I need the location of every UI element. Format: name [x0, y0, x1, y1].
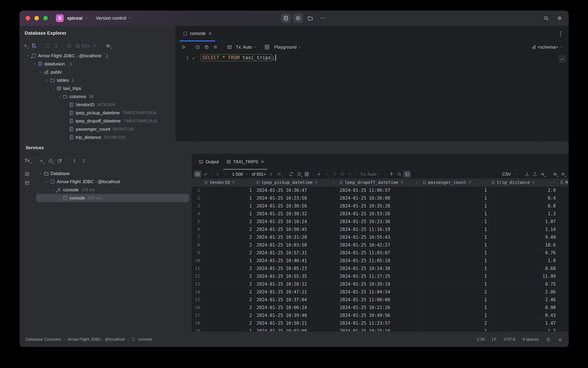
data-cell[interactable]: 2	[202, 288, 254, 296]
row-number-cell[interactable]: 10	[192, 257, 202, 264]
close-window-button[interactable]	[26, 16, 30, 20]
data-cell[interactable]: 2	[202, 249, 254, 257]
data-cell[interactable]: 2024-01-25 10:39:40	[254, 312, 338, 319]
data-cell[interactable]: 2024-01-25 11:27:25	[338, 272, 421, 280]
caret-position[interactable]: 1:26	[477, 337, 485, 342]
data-cell[interactable]: 0.4	[489, 194, 558, 202]
data-cell[interactable]: 2	[421, 288, 489, 296]
table-row[interactable]: 522024-01-25 10:10:242024-01-25 10:23:36…	[192, 218, 569, 225]
data-cell[interactable]: 1	[421, 218, 489, 225]
delete-row-button[interactable]	[323, 171, 330, 177]
data-cell[interactable]	[558, 257, 568, 264]
data-cell[interactable]: 2	[421, 319, 489, 327]
data-cell[interactable]: 11.99	[489, 272, 558, 280]
data-cell[interactable]: 1	[421, 241, 489, 249]
data-cell[interactable]: 2024-01-25 11:06:57	[338, 186, 421, 194]
database-tool-button[interactable]	[281, 13, 291, 23]
data-cell[interactable]: 1	[421, 304, 489, 311]
query-history-button[interactable]	[194, 44, 202, 51]
data-cell[interactable]: 1	[421, 327, 489, 331]
stop-button[interactable]	[304, 172, 309, 176]
tree-item-tpep-dropoff-datetime[interactable]: tpep_dropoff_datetimeTIMESTAMP(26,6)	[19, 117, 176, 125]
table-row[interactable]: 1222024-01-25 10:55:352024-01-25 11:27:2…	[192, 272, 569, 280]
reload-page-button[interactable]	[287, 171, 295, 177]
data-cell[interactable]: 2024-01-25 10:14:38	[338, 265, 421, 272]
data-cell[interactable]: 2024-01-25 10:25:10	[338, 327, 421, 331]
close-tab-icon[interactable]: ✕	[261, 159, 264, 164]
data-cell[interactable]	[558, 194, 568, 202]
column-header-tpep_dropoff_datetime[interactable]: tpep_dropoff_datetime	[338, 179, 421, 186]
open-in-new-tab-button[interactable]	[56, 157, 64, 165]
row-number-cell[interactable]: 17	[192, 312, 202, 319]
data-cell[interactable]: 2024-01-25 10:49:56	[338, 312, 421, 319]
session-selector[interactable]: Playground	[273, 45, 303, 50]
row-number-cell[interactable]: 8	[192, 241, 202, 249]
table-row[interactable]: 412024-01-25 10:38:322024-01-25 10:53:20…	[192, 210, 569, 218]
data-cell[interactable]: 2024-01-25 10:37:04	[254, 296, 338, 304]
tree-item-trip-distance[interactable]: trip_distanceDOUBLE(0)	[19, 133, 176, 141]
table-row[interactable]: 1822024-01-25 10:58:212024-01-25 11:23:5…	[192, 319, 569, 327]
grid-settings-button[interactable]	[559, 171, 567, 177]
previous-page-button[interactable]	[222, 171, 229, 177]
table-row[interactable]: 1912024-01-25 10:02:082024-01-25 10:25:1…	[192, 327, 569, 331]
data-cell[interactable]: 0.98	[489, 304, 558, 311]
breadcrumb-item[interactable]: Arrow Flight JDBC - @localhost	[68, 337, 125, 342]
data-cell[interactable]: 1	[421, 249, 489, 257]
data-cell[interactable]: 2024-01-25 10:30:56	[254, 202, 338, 210]
row-number-cell[interactable]: 15	[192, 296, 202, 304]
schema-selector[interactable]: <schema>	[530, 45, 565, 50]
tree-item-public[interactable]: public	[19, 68, 176, 76]
data-cell[interactable]: 2	[202, 272, 254, 280]
data-cell[interactable]	[558, 233, 568, 241]
import-data-button[interactable]	[531, 171, 539, 177]
jump-to-ddl-button[interactable]	[91, 42, 99, 49]
column-header-rate[interactable]: Rate	[558, 179, 568, 186]
data-cell[interactable]: 2024-01-25 10:03:50	[254, 241, 338, 249]
settings-gear-icon[interactable]	[557, 15, 562, 21]
export-format-selector[interactable]: CSV	[500, 172, 518, 177]
data-cell[interactable]: 1.8	[489, 257, 558, 264]
row-number-cell[interactable]: 18	[192, 319, 202, 327]
data-cell[interactable]: 2	[202, 319, 254, 327]
data-cell[interactable]: 1.3	[489, 210, 558, 218]
tree-item-console[interactable]: console126 ms	[36, 194, 189, 202]
minimize-window-button[interactable]	[35, 16, 39, 20]
console-settings-button[interactable]	[212, 44, 219, 51]
tab-output[interactable]: Output	[195, 154, 223, 170]
grid-view-button[interactable]	[194, 171, 201, 177]
data-cell[interactable]	[558, 265, 568, 272]
data-cell[interactable]	[558, 327, 568, 331]
row-number-cell[interactable]: 14	[192, 288, 202, 296]
row-number-cell[interactable]: 2	[192, 194, 202, 202]
row-number-cell[interactable]: 9	[192, 249, 202, 257]
tx-mode-selector[interactable]: Tx: Auto	[359, 172, 383, 177]
data-cell[interactable]: 1	[202, 210, 254, 218]
next-page-button[interactable]	[267, 171, 275, 177]
data-cell[interactable]	[558, 319, 568, 327]
data-cell[interactable]: 2024-01-25 10:35:28	[338, 202, 421, 210]
search-icon[interactable]	[543, 15, 549, 21]
table-row[interactable]: 112024-01-25 10:36:472024-01-25 11:06:57…	[192, 186, 569, 194]
tree-item-tables[interactable]: tables1	[19, 76, 176, 84]
data-cell[interactable]: 2024-01-25 10:53:20	[338, 210, 421, 218]
data-cell[interactable]: 1	[421, 312, 489, 319]
data-cell[interactable]: 2024-01-25 10:23:50	[254, 194, 338, 202]
data-cell[interactable]: 1.07	[489, 218, 558, 225]
data-cell[interactable]: 0.43	[489, 312, 558, 319]
row-number-cell[interactable]: 1	[192, 186, 202, 194]
data-cell[interactable]: 2024-01-25 10:21:26	[338, 304, 421, 311]
inspections-status[interactable]	[559, 55, 566, 63]
pin-tab-button[interactable]	[388, 171, 395, 177]
more-actions-button[interactable]	[318, 13, 328, 23]
table-row[interactable]: 1722024-01-25 10:39:402024-01-25 10:49:5…	[192, 312, 569, 319]
data-cell[interactable]: 2024-01-25 10:47:21	[254, 288, 338, 296]
submit-button[interactable]	[339, 171, 346, 177]
data-cell[interactable]: 2	[202, 225, 254, 233]
data-cell[interactable]	[558, 249, 568, 257]
data-cell[interactable]: 1	[421, 257, 489, 264]
data-cell[interactable]	[558, 218, 568, 225]
data-cell[interactable]	[558, 288, 568, 296]
row-number-cell[interactable]: 5	[192, 218, 202, 225]
data-cell[interactable]: 1	[421, 186, 489, 194]
data-cell[interactable]	[558, 304, 568, 311]
